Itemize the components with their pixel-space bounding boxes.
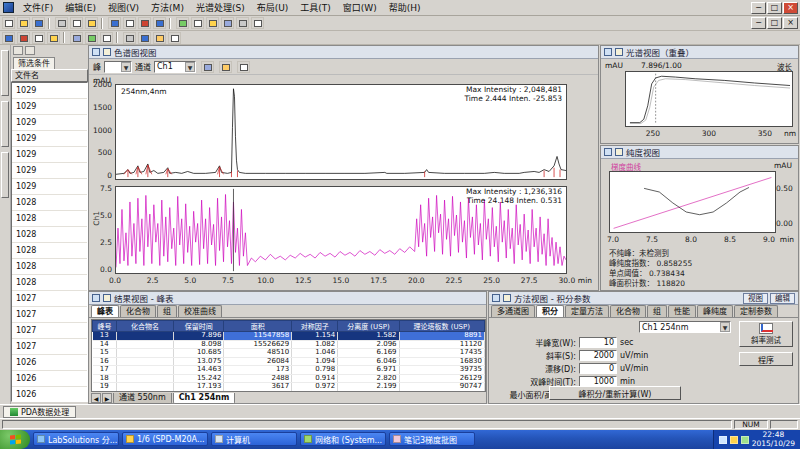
results-tab[interactable]: 校准曲线 bbox=[178, 305, 222, 317]
table-row[interactable]: 1815.24224880.9142.82026129 bbox=[93, 374, 485, 383]
toolbar-icon[interactable] bbox=[123, 17, 136, 29]
panel-expand-icon[interactable] bbox=[615, 48, 623, 56]
menu-item[interactable]: 视图(V) bbox=[102, 1, 145, 15]
column-header[interactable]: 保留时间 bbox=[174, 321, 224, 332]
menu-item[interactable]: 窗口(W) bbox=[337, 1, 383, 15]
panel-expand-icon[interactable] bbox=[503, 294, 511, 302]
menu-item[interactable]: 编辑(E) bbox=[59, 1, 102, 15]
panel-icon[interactable] bbox=[604, 48, 612, 56]
file-item[interactable]: 1026 bbox=[12, 355, 87, 371]
table-row[interactable]: 148.098155266291.0822.09611120 bbox=[93, 340, 485, 349]
file-item[interactable]: 1028 bbox=[12, 259, 87, 275]
toolbar-icon[interactable] bbox=[32, 17, 45, 29]
taskbar-item[interactable]: 网络和 (System... bbox=[300, 432, 386, 446]
view-toolbar-icon[interactable] bbox=[70, 32, 83, 44]
field-input[interactable]: 10 bbox=[579, 337, 617, 348]
method-tab[interactable]: 峰纯度 bbox=[697, 305, 733, 317]
field-input[interactable]: 0 bbox=[579, 363, 617, 374]
peak-table[interactable]: 峰号化合物名保留时间面积对称因子分离度 (USP)理论塔板数 (USP)137.… bbox=[91, 319, 486, 392]
panel-icon[interactable] bbox=[92, 294, 100, 302]
toolbar-icon[interactable] bbox=[236, 17, 249, 29]
child-minimize-button[interactable]: − bbox=[751, 17, 766, 29]
file-item[interactable]: 1029 bbox=[12, 115, 87, 131]
toolbar-icon[interactable] bbox=[153, 17, 166, 29]
close-button[interactable]: × bbox=[783, 2, 798, 14]
recalculate-button[interactable]: 峰积分/重新计算(W) bbox=[549, 386, 681, 400]
file-item[interactable]: 1028 bbox=[12, 243, 87, 259]
overlay-icon[interactable] bbox=[237, 61, 250, 73]
restore-button[interactable]: □ bbox=[767, 2, 782, 14]
file-item[interactable]: 1027 bbox=[12, 323, 87, 339]
table-row[interactable]: 137.896115478581.1541.5828891 bbox=[93, 332, 485, 341]
column-header[interactable]: 理论塔板数 (USP) bbox=[399, 321, 484, 332]
pda-processing-tab[interactable]: PDA数据处理 bbox=[3, 406, 76, 418]
toolbar-icon[interactable] bbox=[191, 17, 204, 29]
panel-icon[interactable] bbox=[92, 48, 100, 56]
sheet-prev-icon[interactable]: ◀ bbox=[91, 393, 101, 403]
file-item[interactable]: 1026 bbox=[12, 387, 87, 402]
method-channel-combo[interactable]: Ch1 254nm▼ bbox=[639, 321, 731, 333]
toolbar-icon[interactable] bbox=[221, 17, 234, 29]
toolbar-icon[interactable] bbox=[17, 17, 30, 29]
view-toolbar-icon[interactable] bbox=[100, 32, 113, 44]
column-header[interactable]: 化合物名 bbox=[117, 321, 174, 332]
purity-plot[interactable] bbox=[609, 171, 776, 233]
panel-expand-icon[interactable] bbox=[103, 294, 111, 302]
toolbar-icon[interactable] bbox=[176, 17, 189, 29]
field-input[interactable]: 1000 bbox=[579, 376, 617, 387]
view-toolbar-icon[interactable] bbox=[168, 32, 181, 44]
vertical-tab[interactable] bbox=[1, 101, 9, 147]
file-item[interactable]: 1029 bbox=[12, 163, 87, 179]
edit-mode-button[interactable]: 编辑 bbox=[770, 293, 795, 304]
spectrum-plot[interactable] bbox=[625, 71, 793, 127]
toolbar-icon[interactable] bbox=[70, 17, 83, 29]
file-name-column-header[interactable]: 文件名 bbox=[11, 69, 88, 82]
toolbar-icon[interactable] bbox=[138, 17, 151, 29]
tray-icon[interactable] bbox=[741, 436, 749, 444]
file-item[interactable]: 1028 bbox=[12, 275, 87, 291]
taskbar-item[interactable]: 计算机 bbox=[211, 432, 297, 446]
toolbar-icon[interactable] bbox=[85, 17, 98, 29]
file-item[interactable]: 1029 bbox=[12, 131, 87, 147]
toolbar-icon[interactable] bbox=[55, 17, 68, 29]
view-toolbar-icon[interactable] bbox=[17, 32, 30, 44]
channel-combo[interactable]: Ch1▼ bbox=[154, 61, 196, 73]
method-tab[interactable]: 组 bbox=[647, 305, 667, 317]
file-item[interactable]: 1029 bbox=[12, 83, 87, 99]
panel-icon[interactable] bbox=[492, 294, 500, 302]
slope-test-button[interactable]: 斜率测试 bbox=[739, 321, 793, 347]
start-button[interactable] bbox=[0, 430, 30, 449]
method-tab[interactable]: 定制参数 bbox=[734, 305, 778, 317]
zoom-icon[interactable] bbox=[201, 61, 214, 73]
method-tab[interactable]: 多通道图 bbox=[491, 305, 535, 317]
menu-item[interactable]: 方法(M) bbox=[145, 1, 190, 15]
toolbar-icon[interactable] bbox=[206, 17, 219, 29]
view-toolbar-icon[interactable] bbox=[2, 32, 15, 44]
method-tab[interactable]: 积分 bbox=[536, 305, 564, 317]
vertical-tab[interactable] bbox=[1, 152, 9, 198]
menu-item[interactable]: 布局(U) bbox=[251, 1, 295, 15]
toolbar-icon[interactable] bbox=[2, 17, 15, 29]
method-tab[interactable]: 定量方法 bbox=[565, 305, 609, 317]
taskbar-item[interactable]: 1/6 (SPD-M20A... bbox=[122, 432, 208, 446]
view-toolbar-icon[interactable] bbox=[32, 32, 45, 44]
refresh-icon[interactable] bbox=[13, 46, 23, 55]
toolbar-icon[interactable] bbox=[251, 17, 264, 29]
file-item[interactable]: 1029 bbox=[12, 179, 87, 195]
view-toolbar-icon[interactable] bbox=[85, 32, 98, 44]
view-toolbar-icon[interactable] bbox=[153, 32, 166, 44]
file-item[interactable]: 1029 bbox=[12, 147, 87, 163]
column-header[interactable]: 分离度 (USP) bbox=[338, 321, 399, 332]
file-item[interactable]: 1028 bbox=[12, 211, 87, 227]
column-header[interactable]: 峰号 bbox=[93, 321, 117, 332]
field-input[interactable]: 2000 bbox=[579, 350, 617, 361]
toolbar-icon[interactable] bbox=[108, 17, 121, 29]
tray-icon[interactable] bbox=[719, 436, 727, 444]
method-tab[interactable]: 性能 bbox=[668, 305, 696, 317]
method-tab[interactable]: 化合物 bbox=[610, 305, 646, 317]
program-button[interactable]: 程序 bbox=[739, 352, 793, 366]
folder-icon[interactable] bbox=[25, 46, 35, 55]
results-tab[interactable]: 化合物 bbox=[120, 305, 156, 317]
view-toolbar-icon[interactable] bbox=[138, 32, 151, 44]
file-item[interactable]: 1026 bbox=[12, 371, 87, 387]
